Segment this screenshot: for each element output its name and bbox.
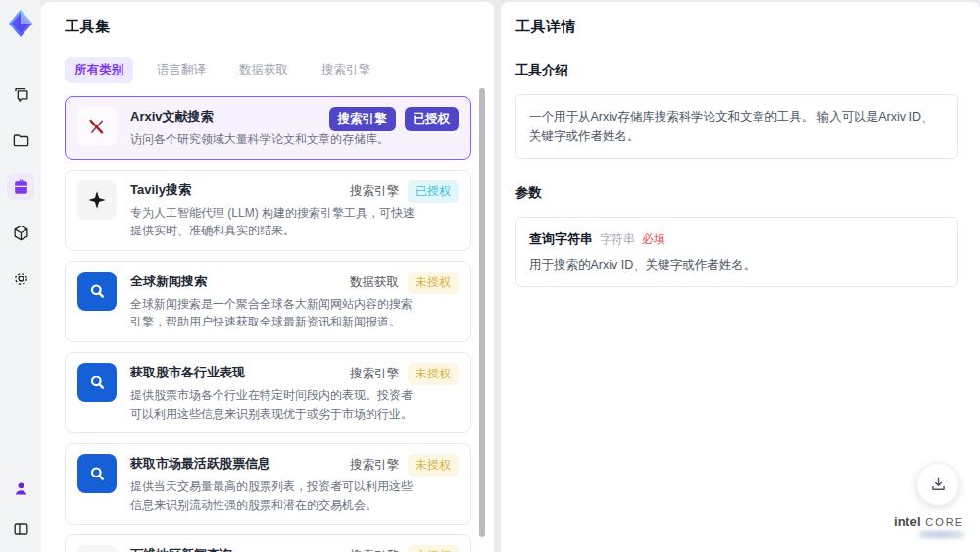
gear-icon[interactable] xyxy=(7,265,34,292)
cube-icon[interactable] xyxy=(7,219,34,246)
tool-description: 提供股票市场各个行业在特定时间段内的表现。投资者可以利用这些信息来识别表现优于或… xyxy=(130,386,416,423)
tool-auth-badge: 未授权 xyxy=(408,272,459,294)
tool-description: 提供当天交易量最高的股票列表，投资者可以利用这些信息来识别流动性强的股票和潜在的… xyxy=(130,477,416,514)
category-tabs: 所有类别语言翻译数据获取搜索引擎 xyxy=(65,57,494,83)
parameter-header: 查询字符串 字符串 必填 xyxy=(529,230,945,248)
newspaper-icon xyxy=(77,545,117,552)
tool-auth-badge: 已授权 xyxy=(405,107,460,131)
tool-category-badge: 搜索引擎 xyxy=(350,457,399,474)
tab-category-3[interactable]: 搜索引擎 xyxy=(312,57,380,83)
download-button[interactable] xyxy=(916,463,959,506)
tool-auth-badge: 未授权 xyxy=(408,363,459,385)
parameter-card: 查询字符串 字符串 必填 用于搜索的Arxiv ID、关键字或作者姓名。 xyxy=(515,217,958,287)
folder-icon[interactable] xyxy=(7,126,34,154)
app-logo-icon xyxy=(5,8,36,39)
tool-card[interactable]: Arxiv文献搜索 访问各个研究领域大量科学论文和文章的存储库。 搜索引擎 已授… xyxy=(65,96,471,160)
sidebar-bottom xyxy=(7,475,34,542)
watermark-smudge xyxy=(919,531,964,538)
intro-heading: 工具介绍 xyxy=(515,62,958,79)
sidebar xyxy=(0,0,41,552)
tool-card[interactable]: 全球新闻搜索 全球新闻搜索是一个聚合全球各大新闻网站内容的搜索引擎，帮助用户快速… xyxy=(65,261,471,342)
tool-badges: 搜索引擎 已授权 xyxy=(350,180,459,203)
tool-badges: 搜索引擎 已授权 xyxy=(329,107,460,131)
tool-card[interactable]: 获取股市各行业表现 提供股票市场各个行业在特定时间段内的表现。投资者可以利用这些… xyxy=(65,352,471,433)
parameter-name: 查询字符串 xyxy=(529,230,593,248)
tool-description: 专为人工智能代理 (LLM) 构建的搜索引擎工具，可快速提供实时、准确和真实的结… xyxy=(130,204,416,240)
tab-category-2[interactable]: 数据获取 xyxy=(229,57,298,83)
tool-auth-badge: 未授权 xyxy=(408,454,459,477)
tool-description: 全球新闻搜索是一个聚合全球各大新闻网站内容的搜索引擎，帮助用户快速获取全球最新资… xyxy=(130,295,416,331)
tool-category-badge: 数据获取 xyxy=(350,275,399,291)
tab-category-1[interactable]: 语言翻译 xyxy=(147,57,216,83)
tools-list-panel: 工具集 所有类别语言翻译数据获取搜索引擎 Arxiv文献搜索 访问各个研究领域大… xyxy=(41,2,494,552)
tool-cards: Arxiv文献搜索 访问各个研究领域大量科学论文和文章的存储库。 搜索引擎 已授… xyxy=(65,96,494,552)
parameter-required-flag: 必填 xyxy=(642,231,665,248)
tool-badges: 搜索引擎 未授权 xyxy=(350,363,459,385)
tool-card[interactable]: 万维地区新闻查询 查询具体行政区划内的新闻，快速了解各地新闻动 搜索引擎 未授权 xyxy=(65,534,471,552)
app-window: 工具集 所有类别语言翻译数据获取搜索引擎 Arxiv文献搜索 访问各个研究领域大… xyxy=(0,0,980,552)
tool-category-badge: 搜索引擎 xyxy=(350,183,399,200)
arxiv-icon xyxy=(77,107,117,146)
parameter-type: 字符串 xyxy=(600,231,635,248)
tool-card[interactable]: Tavily搜索 专为人工智能代理 (LLM) 构建的搜索引擎工具，可快速提供实… xyxy=(65,170,471,251)
list-scrollbar xyxy=(479,88,485,546)
tools-page-title: 工具集 xyxy=(65,18,494,36)
tool-description: 访问各个研究领域大量科学论文和文章的存储库。 xyxy=(130,130,416,149)
tool-auth-badge: 已授权 xyxy=(408,180,459,203)
tool-intro-text: 一个用于从Arxiv存储库搜索科学论文和文章的工具。 输入可以是Arxiv ID… xyxy=(515,94,958,159)
detail-title: 工具详情 xyxy=(515,18,958,36)
intel-core-watermark: intel CORE xyxy=(894,512,964,538)
panel-divider xyxy=(494,0,501,552)
tool-category-badge: 搜索引擎 xyxy=(350,548,399,552)
sidebar-nav xyxy=(7,80,34,292)
tavily-star-icon xyxy=(77,180,117,220)
parameter-description: 用于搜索的Arxiv ID、关键字或作者姓名。 xyxy=(529,257,945,274)
download-icon xyxy=(929,476,948,494)
watermark-intel-text: intel xyxy=(894,514,921,528)
tool-badges: 数据获取 未授权 xyxy=(350,272,459,294)
params-heading: 参数 xyxy=(515,184,958,202)
tool-card[interactable]: 获取市场最活跃股票信息 提供当天交易量最高的股票列表，投资者可以利用这些信息来识… xyxy=(65,443,471,525)
news-search-icon xyxy=(77,363,117,402)
tool-badges: 搜索引擎 未授权 xyxy=(350,545,459,552)
briefcase-icon[interactable] xyxy=(7,173,34,200)
news-search-icon xyxy=(77,272,117,311)
user-icon[interactable] xyxy=(7,475,34,502)
tool-auth-badge: 未授权 xyxy=(408,545,459,552)
watermark-core-text: CORE xyxy=(925,516,964,527)
tool-category-badge: 搜索引擎 xyxy=(350,366,399,382)
chat-icon[interactable] xyxy=(7,80,34,108)
tool-category-badge: 搜索引擎 xyxy=(329,107,396,131)
tool-detail-panel: 工具详情 工具介绍 一个用于从Arxiv存储库搜索科学论文和文章的工具。 输入可… xyxy=(501,2,980,552)
tool-badges: 搜索引擎 未授权 xyxy=(350,454,459,477)
tab-category-0[interactable]: 所有类别 xyxy=(65,57,133,83)
scrollbar-thumb[interactable] xyxy=(479,88,485,537)
news-search-icon xyxy=(77,454,117,493)
panel-toggle-icon[interactable] xyxy=(7,515,34,542)
